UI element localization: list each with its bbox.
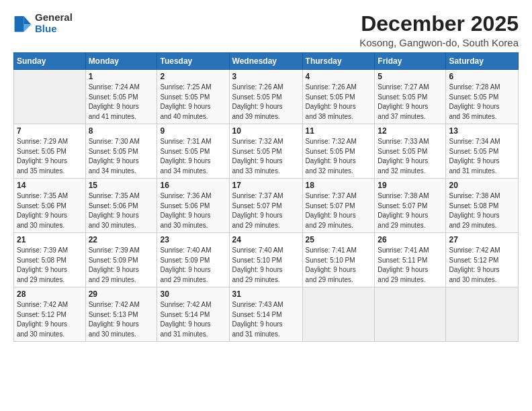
day-number: 28 [17, 289, 83, 299]
calendar-cell: 21Sunrise: 7:39 AMSunset: 5:08 PMDayligh… [14, 233, 86, 287]
day-info: Sunrise: 7:27 AMSunset: 5:05 PMDaylight:… [378, 83, 443, 122]
calendar-week-row: 14Sunrise: 7:35 AMSunset: 5:06 PMDayligh… [14, 179, 519, 233]
calendar-cell: 30Sunrise: 7:42 AMSunset: 5:14 PMDayligh… [157, 287, 229, 342]
calendar-header-sunday: Sunday [14, 53, 86, 70]
calendar-cell [375, 287, 446, 342]
day-info: Sunrise: 7:42 AMSunset: 5:13 PMDaylight:… [89, 300, 154, 339]
day-number: 26 [378, 235, 443, 244]
day-info: Sunrise: 7:29 AMSunset: 5:05 PMDaylight:… [17, 137, 83, 176]
page: General Blue December 2025 Kosong, Gangw… [0, 0, 532, 411]
calendar-header-thursday: Thursday [302, 53, 375, 70]
day-number: 30 [160, 289, 226, 299]
calendar-cell: 12Sunrise: 7:33 AMSunset: 5:05 PMDayligh… [375, 124, 446, 179]
day-number: 14 [17, 181, 83, 190]
calendar-cell [14, 70, 86, 124]
day-info: Sunrise: 7:32 AMSunset: 5:05 PMDaylight:… [232, 137, 300, 176]
day-info: Sunrise: 7:43 AMSunset: 5:14 PMDaylight:… [232, 300, 300, 339]
calendar-cell: 2Sunrise: 7:25 AMSunset: 5:05 PMDaylight… [157, 70, 229, 124]
day-number: 18 [306, 181, 372, 190]
day-info: Sunrise: 7:37 AMSunset: 5:07 PMDaylight:… [306, 191, 372, 230]
day-info: Sunrise: 7:38 AMSunset: 5:08 PMDaylight:… [449, 191, 515, 230]
calendar-cell: 19Sunrise: 7:38 AMSunset: 5:07 PMDayligh… [375, 179, 446, 233]
calendar-cell: 16Sunrise: 7:36 AMSunset: 5:06 PMDayligh… [157, 179, 229, 233]
calendar-cell [302, 287, 375, 342]
day-info: Sunrise: 7:42 AMSunset: 5:12 PMDaylight:… [449, 246, 515, 285]
day-info: Sunrise: 7:26 AMSunset: 5:05 PMDaylight:… [306, 83, 372, 122]
day-number: 2 [160, 72, 226, 81]
day-info: Sunrise: 7:30 AMSunset: 5:05 PMDaylight:… [89, 137, 154, 176]
calendar-week-row: 28Sunrise: 7:42 AMSunset: 5:12 PMDayligh… [14, 287, 519, 342]
day-info: Sunrise: 7:39 AMSunset: 5:09 PMDaylight:… [89, 246, 154, 285]
calendar-cell: 26Sunrise: 7:41 AMSunset: 5:11 PMDayligh… [375, 233, 446, 287]
calendar-header-row: SundayMondayTuesdayWednesdayThursdayFrid… [14, 53, 519, 70]
day-number: 9 [160, 126, 226, 136]
day-info: Sunrise: 7:24 AMSunset: 5:05 PMDaylight:… [89, 83, 154, 122]
calendar-cell: 20Sunrise: 7:38 AMSunset: 5:08 PMDayligh… [446, 179, 519, 233]
calendar-cell: 7Sunrise: 7:29 AMSunset: 5:05 PMDaylight… [14, 124, 86, 179]
calendar-cell: 25Sunrise: 7:41 AMSunset: 5:10 PMDayligh… [302, 233, 375, 287]
day-number: 24 [232, 235, 300, 244]
calendar-cell: 6Sunrise: 7:28 AMSunset: 5:05 PMDaylight… [446, 70, 519, 124]
calendar-cell: 10Sunrise: 7:32 AMSunset: 5:05 PMDayligh… [229, 124, 302, 179]
day-info: Sunrise: 7:34 AMSunset: 5:05 PMDaylight:… [449, 137, 515, 176]
logo-line1: General [35, 12, 73, 24]
day-number: 10 [232, 126, 300, 136]
day-info: Sunrise: 7:38 AMSunset: 5:07 PMDaylight:… [378, 191, 443, 230]
calendar-cell: 11Sunrise: 7:32 AMSunset: 5:05 PMDayligh… [302, 124, 375, 179]
calendar-cell: 1Sunrise: 7:24 AMSunset: 5:05 PMDaylight… [85, 70, 157, 124]
day-number: 12 [378, 126, 443, 136]
day-number: 6 [449, 72, 515, 81]
calendar-table: SundayMondayTuesdayWednesdayThursdayFrid… [13, 52, 519, 342]
calendar-cell: 18Sunrise: 7:37 AMSunset: 5:07 PMDayligh… [302, 179, 375, 233]
day-info: Sunrise: 7:42 AMSunset: 5:12 PMDaylight:… [17, 300, 83, 339]
svg-marker-0 [24, 16, 32, 24]
day-info: Sunrise: 7:33 AMSunset: 5:05 PMDaylight:… [378, 137, 443, 176]
calendar-cell: 17Sunrise: 7:37 AMSunset: 5:07 PMDayligh… [229, 179, 302, 233]
calendar-header-monday: Monday [85, 53, 157, 70]
svg-rect-2 [15, 16, 24, 32]
day-number: 19 [378, 181, 443, 190]
calendar-cell: 8Sunrise: 7:30 AMSunset: 5:05 PMDaylight… [85, 124, 157, 179]
main-title: December 2025 [359, 12, 519, 36]
calendar-header-friday: Friday [375, 53, 446, 70]
day-info: Sunrise: 7:41 AMSunset: 5:10 PMDaylight:… [306, 246, 372, 285]
calendar-cell: 29Sunrise: 7:42 AMSunset: 5:13 PMDayligh… [85, 287, 157, 342]
day-info: Sunrise: 7:39 AMSunset: 5:08 PMDaylight:… [17, 246, 83, 285]
title-block: December 2025 Kosong, Gangwon-do, South … [359, 12, 519, 48]
calendar-header-wednesday: Wednesday [229, 53, 302, 70]
calendar-cell: 23Sunrise: 7:40 AMSunset: 5:09 PMDayligh… [157, 233, 229, 287]
day-number: 21 [17, 235, 83, 244]
day-number: 8 [89, 126, 154, 136]
day-number: 11 [306, 126, 372, 136]
calendar-cell: 13Sunrise: 7:34 AMSunset: 5:05 PMDayligh… [446, 124, 519, 179]
day-number: 1 [89, 72, 154, 81]
calendar-cell: 31Sunrise: 7:43 AMSunset: 5:14 PMDayligh… [229, 287, 302, 342]
calendar-cell: 4Sunrise: 7:26 AMSunset: 5:05 PMDaylight… [302, 70, 375, 124]
calendar-cell: 5Sunrise: 7:27 AMSunset: 5:05 PMDaylight… [375, 70, 446, 124]
header: General Blue December 2025 Kosong, Gangw… [13, 12, 519, 48]
calendar-header-saturday: Saturday [446, 53, 519, 70]
day-number: 31 [232, 289, 300, 299]
day-number: 16 [160, 181, 226, 190]
calendar-cell: 28Sunrise: 7:42 AMSunset: 5:12 PMDayligh… [14, 287, 86, 342]
calendar-week-row: 1Sunrise: 7:24 AMSunset: 5:05 PMDaylight… [14, 70, 519, 124]
calendar-cell: 22Sunrise: 7:39 AMSunset: 5:09 PMDayligh… [85, 233, 157, 287]
day-info: Sunrise: 7:40 AMSunset: 5:10 PMDaylight:… [232, 246, 300, 285]
day-info: Sunrise: 7:32 AMSunset: 5:05 PMDaylight:… [306, 137, 372, 176]
day-number: 23 [160, 235, 226, 244]
day-number: 3 [232, 72, 300, 81]
day-number: 13 [449, 126, 515, 136]
day-info: Sunrise: 7:42 AMSunset: 5:14 PMDaylight:… [160, 300, 226, 339]
day-number: 20 [449, 181, 515, 190]
subtitle: Kosong, Gangwon-do, South Korea [359, 37, 519, 48]
day-info: Sunrise: 7:40 AMSunset: 5:09 PMDaylight:… [160, 246, 226, 285]
calendar-cell [446, 287, 519, 342]
day-number: 27 [449, 235, 515, 244]
day-info: Sunrise: 7:28 AMSunset: 5:05 PMDaylight:… [449, 83, 515, 122]
svg-marker-1 [24, 24, 32, 32]
day-number: 4 [306, 72, 372, 81]
day-number: 22 [89, 235, 154, 244]
day-number: 17 [232, 181, 300, 190]
day-info: Sunrise: 7:41 AMSunset: 5:11 PMDaylight:… [378, 246, 443, 285]
calendar-cell: 9Sunrise: 7:31 AMSunset: 5:05 PMDaylight… [157, 124, 229, 179]
